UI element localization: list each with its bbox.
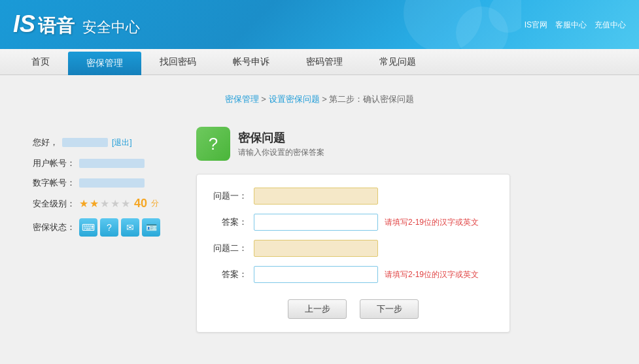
header: IS 语音 安全中心 IS官网 客服中心 充值中心 — [0, 0, 639, 49]
link-official[interactable]: IS官网 — [525, 19, 547, 30]
answer1-input[interactable] — [254, 214, 378, 231]
status-label: 密保状态： — [33, 222, 75, 233]
button-row: 上一步 下一步 — [213, 299, 493, 319]
answer2-label: 答案： — [213, 269, 247, 280]
score-unit: 分 — [151, 198, 159, 209]
header-links: IS官网 客服中心 充值中心 — [525, 19, 626, 30]
nav-password-manage[interactable]: 密码管理 — [288, 49, 361, 74]
status-icon-email[interactable]: ✉ — [121, 218, 139, 237]
answer1-label: 答案： — [213, 216, 247, 228]
digital-account-row: 数字帐号： — [33, 177, 177, 189]
security-score: 40 — [134, 197, 147, 210]
link-recharge[interactable]: 充值中心 — [595, 19, 626, 30]
digital-label: 数字帐号： — [33, 177, 75, 189]
status-icon-id[interactable]: 🪪 — [142, 218, 160, 237]
question1-label: 问题一： — [213, 190, 247, 202]
nav-faq[interactable]: 常见问题 — [361, 49, 434, 74]
security-level-label: 安全级别： — [33, 198, 75, 210]
nav-account-appeal[interactable]: 帐号申诉 — [215, 49, 288, 74]
status-icons: ⌨ ? ✉ 🪪 — [79, 218, 160, 237]
star-3: ★ — [100, 197, 109, 210]
account-row: 用户帐号： — [33, 157, 177, 169]
form-area: 问题一： 答案： 请填写2-19位的汉字或英文 问题二： 答案： — [196, 174, 510, 333]
next-button[interactable]: 下一步 — [360, 299, 419, 319]
question2-value — [254, 240, 378, 257]
stars: ★ ★ ★ ★ ★ — [79, 197, 130, 210]
user-greeting: 您好， [退出] — [33, 137, 177, 148]
star-4: ★ — [111, 197, 120, 210]
logo: IS 语音 安全中心 — [13, 10, 140, 39]
panel-title: 密保问题 — [238, 130, 324, 146]
breadcrumb-link-1[interactable]: 密保管理 — [225, 94, 259, 104]
user-name — [62, 138, 108, 147]
breadcrumb: 密保管理 > 设置密保问题 > 第二步：确认密保问题 — [20, 88, 619, 110]
breadcrumb-current: 第二步：确认密保问题 — [329, 94, 414, 104]
greeting-prefix: 您好， — [33, 137, 58, 148]
question1-row: 问题一： — [213, 188, 493, 205]
link-support[interactable]: 客服中心 — [555, 19, 587, 30]
prev-button[interactable]: 上一步 — [288, 299, 347, 319]
star-1: ★ — [79, 197, 88, 210]
status-icon-keyboard[interactable]: ⌨ — [79, 218, 97, 237]
logout-button[interactable]: [退出] — [112, 137, 132, 148]
answer1-hint: 请填写2-19位的汉字或英文 — [385, 217, 479, 228]
panel-subtitle: 请输入你设置的密保答案 — [238, 147, 324, 158]
logo-is: IS — [13, 10, 35, 38]
answer2-hint: 请填写2-19位的汉字或英文 — [385, 269, 479, 280]
star-2: ★ — [90, 197, 99, 210]
panel-title-block: 密保问题 请输入你设置的密保答案 — [238, 130, 324, 158]
nav-find-password[interactable]: 找回密码 — [141, 49, 215, 74]
answer1-row: 答案： 请填写2-19位的汉字或英文 — [213, 214, 493, 231]
account-value — [79, 159, 145, 168]
panel-header: ? 密保问题 请输入你设置的密保答案 — [196, 127, 510, 161]
panel-icon: ? — [196, 127, 230, 161]
security-level-row: 安全级别： ★ ★ ★ ★ ★ 40 分 — [33, 197, 177, 210]
logo-voice: 语音 — [38, 14, 75, 39]
star-5: ★ — [121, 197, 130, 210]
account-label: 用户帐号： — [33, 157, 75, 169]
main-layout: 您好， [退出] 用户帐号： 数字帐号： 安全级别： ★ ★ ★ ★ ★ — [33, 127, 606, 333]
content-area: 密保管理 > 设置密保问题 > 第二步：确认密保问题 您好， [退出] 用户帐号… — [0, 75, 639, 364]
right-panel: ? 密保问题 请输入你设置的密保答案 问题一： 答案： 请填写2-19位的汉字或… — [196, 127, 510, 333]
logo-security: 安全中心 — [82, 18, 140, 37]
answer2-row: 答案： 请填写2-19位的汉字或英文 — [213, 266, 493, 283]
question2-row: 问题二： — [213, 240, 493, 257]
left-panel: 您好， [退出] 用户帐号： 数字帐号： 安全级别： ★ ★ ★ ★ ★ — [33, 127, 177, 333]
breadcrumb-sep-2: > — [322, 94, 329, 104]
nav-security-manage[interactable]: 密保管理 — [68, 52, 141, 75]
breadcrumb-sep-1: > — [261, 94, 268, 104]
question2-label: 问题二： — [213, 242, 247, 254]
digital-value — [79, 178, 145, 188]
answer2-input[interactable] — [254, 266, 378, 283]
status-icon-question[interactable]: ? — [100, 218, 118, 237]
breadcrumb-link-2[interactable]: 设置密保问题 — [269, 94, 320, 104]
security-status-row: 密保状态： ⌨ ? ✉ 🪪 — [33, 218, 177, 237]
question1-value — [254, 188, 378, 205]
navigation: 首页 密保管理 找回密码 帐号申诉 密码管理 常见问题 — [0, 49, 639, 75]
nav-home[interactable]: 首页 — [13, 49, 68, 74]
